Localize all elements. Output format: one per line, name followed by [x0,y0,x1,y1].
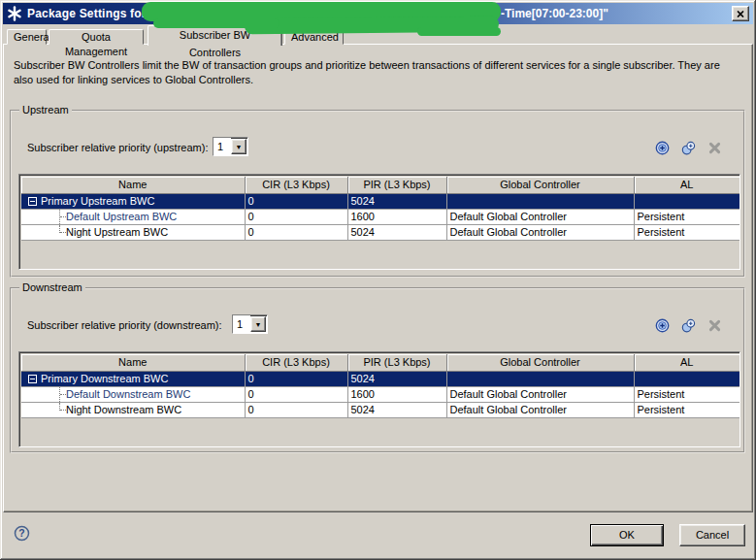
close-button[interactable] [732,6,749,21]
bwc-al[interactable] [634,193,740,209]
bwc-al[interactable] [634,371,740,386]
redaction-marker [417,27,501,36]
bwc-name: Night Downstream BWC [66,403,181,417]
bwc-cir[interactable]: 0 [245,193,347,209]
downstream-group-label: Downstream [19,281,85,293]
collapse-toggle-icon[interactable] [28,375,37,383]
ok-button[interactable]: OK [590,524,664,546]
tree-branch-icon [53,403,66,417]
bwc-cir[interactable]: 0 [245,224,347,240]
bwc-gc[interactable]: Default Global Controller [446,386,634,402]
delete-bwc-icon-disabled [707,318,722,333]
column-header-pir[interactable]: PIR (L3 Kbps) [347,177,446,193]
app-icon [7,6,22,21]
bwc-al[interactable]: Persistent [634,209,740,224]
table-header-row: Name CIR (L3 Kbps) PIR (L3 Kbps) Global … [21,354,740,371]
column-header-gc[interactable]: Global Controller [446,354,634,371]
bwc-gc[interactable]: Default Global Controller [446,224,634,240]
duplicate-bwc-icon[interactable] [681,318,696,333]
bwc-cir[interactable]: 0 [245,402,347,417]
tree-branch-icon [53,225,66,240]
downstream-priority-label: Subscriber relative priority (downstream… [27,319,222,331]
delete-bwc-icon-disabled [707,141,722,155]
svg-text:?: ? [18,528,24,539]
collapse-toggle-icon[interactable] [28,197,37,206]
upstream-priority-select[interactable]: 1 ▼ [213,137,248,156]
chevron-down-icon: ▼ [255,321,262,328]
column-header-name[interactable]: Name [21,177,245,193]
bwc-al[interactable]: Persistent [634,224,740,240]
table-row[interactable]: Default Upstream BWC 0 1600 Default Glob… [21,209,740,224]
bwc-gc[interactable] [446,193,634,209]
bwc-pir[interactable]: 5024 [347,371,446,386]
bwc-cir[interactable]: 0 [245,209,347,224]
upstream-priority-value: 1 [214,138,231,155]
bwc-al[interactable]: Persistent [634,402,740,417]
bwc-al[interactable]: Persistent [634,386,740,402]
bwc-name: Primary Downstream BWC [41,372,168,386]
table-row[interactable]: Night Downstream BWC 0 5024 Default Glob… [21,402,740,417]
duplicate-bwc-icon[interactable] [681,141,696,155]
downstream-priority-select[interactable]: 1 ▼ [232,314,268,334]
downstream-toolbar [655,317,740,334]
column-header-cir[interactable]: CIR (L3 Kbps) [245,177,347,193]
downstream-bwc-table[interactable]: Name CIR (L3 Kbps) PIR (L3 Kbps) Global … [18,351,740,447]
bwc-gc[interactable]: Default Global Controller [446,209,634,224]
bwc-pir[interactable]: 1600 [347,209,446,224]
tree-branch-icon [53,210,66,224]
tab-general[interactable]: General [7,29,47,45]
bwc-cir[interactable]: 0 [245,386,347,402]
add-bwc-icon[interactable] [655,318,670,333]
downstream-priority-value: 1 [233,315,250,333]
upstream-priority-dropdown-button[interactable]: ▼ [231,139,247,154]
tab-quota-management[interactable]: Quota Management [49,29,144,45]
table-row[interactable]: Night Upstream BWC 0 5024 Default Global… [21,224,740,240]
bwc-gc[interactable] [446,371,634,386]
table-header-row: Name CIR (L3 Kbps) PIR (L3 Kbps) Global … [21,177,740,193]
column-header-gc[interactable]: Global Controller [446,177,634,193]
bwc-pir[interactable]: 5024 [347,402,446,417]
table-row[interactable]: Primary Upstream BWC 0 5024 [21,193,740,209]
upstream-bwc-table[interactable]: Name CIR (L3 Kbps) PIR (L3 Kbps) Global … [18,174,740,270]
chevron-down-icon: ▼ [236,144,243,150]
add-bwc-icon[interactable] [655,141,670,155]
package-settings-dialog: Package Settings for -Time[07:00-23:00]"… [0,0,756,560]
cancel-button[interactable]: Cancel [679,524,745,546]
column-header-al[interactable]: AL [634,354,740,371]
bwc-pir[interactable]: 5024 [347,224,446,240]
bwc-pir[interactable]: 5024 [347,193,446,209]
bwc-name: Default Downstream BWC [66,387,190,402]
upstream-group-label: Upstream [19,104,72,115]
column-header-al[interactable]: AL [634,177,740,193]
window-title-prefix: Package Settings for [27,7,147,20]
bwc-gc[interactable]: Default Global Controller [446,402,634,417]
bwc-pir[interactable]: 1600 [347,386,446,402]
close-icon [737,11,744,17]
upstream-group: Upstream Subscriber relative priority (u… [10,110,745,278]
tree-branch-icon [53,387,66,402]
table-row[interactable]: Primary Downstream BWC 0 5024 [21,371,740,386]
bwc-name: Primary Upstream BWC [41,194,154,209]
bwc-name: Default Upstream BWC [66,210,177,224]
column-header-pir[interactable]: PIR (L3 Kbps) [347,354,446,371]
window-title-suffix: -Time[07:00-23:00]" [501,7,608,20]
column-header-name[interactable]: Name [21,354,245,371]
downstream-priority-dropdown-button[interactable]: ▼ [250,316,266,332]
upstream-priority-label: Subscriber relative priority (upstream): [27,142,208,153]
tab-description-text: Subscriber BW Controllers limit the BW o… [14,58,740,87]
bwc-name: Night Upstream BWC [66,225,168,240]
bwc-cir[interactable]: 0 [245,371,347,386]
table-row[interactable]: Default Downstream BWC 0 1600 Default Gl… [21,386,740,402]
upstream-toolbar [655,140,740,156]
downstream-group: Downstream Subscriber relative priority … [10,287,745,453]
column-header-cir[interactable]: CIR (L3 Kbps) [245,354,347,371]
redaction-marker [153,18,279,28]
help-icon[interactable]: ? [14,525,30,542]
